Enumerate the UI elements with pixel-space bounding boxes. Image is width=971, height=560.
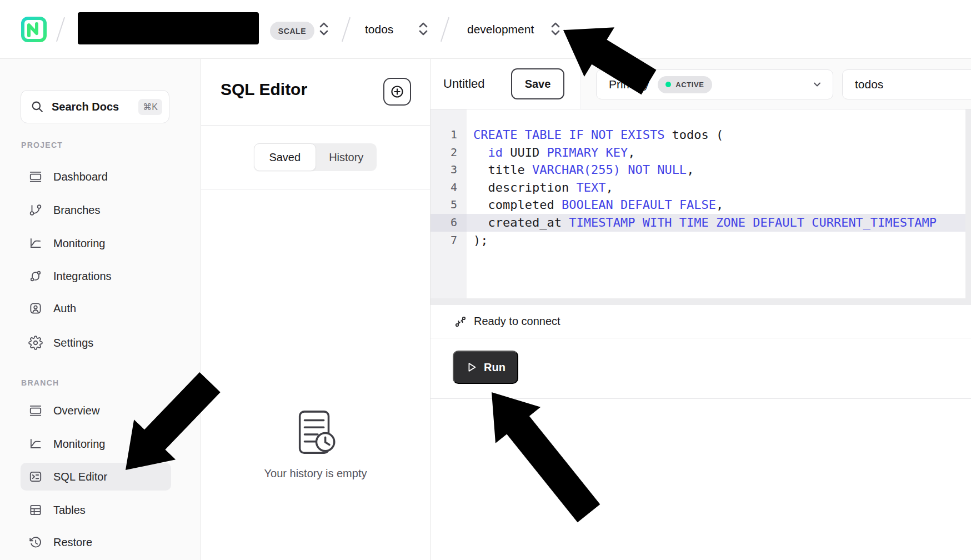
horizontal-scrollbar[interactable] <box>431 298 971 305</box>
sql-text: , <box>687 163 694 177</box>
sql-text: description <box>473 181 576 194</box>
connection-icon <box>454 315 467 328</box>
top-bar: SCALE todos development <box>0 0 971 59</box>
sidebar-item-settings[interactable]: Settings <box>21 329 171 357</box>
divider <box>201 189 430 189</box>
chevron-down-icon <box>812 79 823 90</box>
branches-icon <box>28 203 43 217</box>
search-docs-label: Search Docs <box>52 101 138 113</box>
connection-status-text: Ready to connect <box>474 315 560 328</box>
line-number: 5 <box>431 196 467 214</box>
code-line-7[interactable]: ); <box>467 232 965 249</box>
code-line-3[interactable]: title VARCHAR(255) NOT NULL, <box>467 161 965 179</box>
sql-keyword: CREATE TABLE IF NOT EXISTS <box>473 128 664 142</box>
sidebar-item-auth[interactable]: Auth <box>21 294 171 322</box>
sql-keyword: TIMESTAMP WITH TIME ZONE DEFAULT CURREN <box>569 216 856 229</box>
neon-logo-icon[interactable] <box>21 17 47 42</box>
sql-editor-panel: SQL Editor Saved History Your history is… <box>201 59 431 560</box>
sidebar-item-label: Settings <box>53 337 93 349</box>
vertical-scrollbar[interactable] <box>965 109 971 298</box>
sql-text: UUID <box>503 146 547 159</box>
sidebar-item-label: Dashboard <box>53 171 108 183</box>
code-line-6[interactable]: created_at TIMESTAMP WITH TIME ZONE DEFA… <box>467 214 965 232</box>
run-button-label: Run <box>484 361 505 374</box>
code-area[interactable]: CREATE TABLE IF NOT EXISTS todos ( id UU… <box>467 109 965 298</box>
sidebar-item-label: Tables <box>53 504 86 517</box>
breadcrumb-branch[interactable]: development <box>467 0 534 58</box>
run-bar: Run <box>431 338 971 399</box>
sidebar-item-overview[interactable]: Overview <box>21 397 171 424</box>
sql-editor-icon <box>28 469 43 484</box>
line-number: 4 <box>431 179 467 197</box>
sidebar-item-dashboard[interactable]: Dashboard <box>21 163 171 191</box>
save-button[interactable]: Save <box>511 68 564 99</box>
neon-console: SCALE todos development Search Docs ⌘K P… <box>0 0 971 560</box>
sql-text: todos ( <box>664 128 723 142</box>
sql-keyword: T_TIMESTAMP <box>855 216 937 229</box>
code-line-1[interactable]: CREATE TABLE IF NOT EXISTS todos ( <box>467 126 965 144</box>
section-label-branch: BRANCH <box>21 378 59 387</box>
restore-icon <box>28 535 43 549</box>
endpoint-name: Primary <box>609 78 649 91</box>
new-query-button[interactable] <box>383 78 411 106</box>
sql-text: ); <box>473 233 488 247</box>
sidebar-item-label: Restore <box>53 536 92 549</box>
code-line-2[interactable]: id UUID PRIMARY KEY, <box>467 144 965 162</box>
status-dot <box>665 82 671 87</box>
sidebar-item-monitoring[interactable]: Monitoring <box>21 430 171 458</box>
sql-text <box>473 146 488 159</box>
sidebar-item-label: Auth <box>53 302 76 315</box>
plus-circle-icon <box>389 84 405 99</box>
integrations-icon <box>28 269 43 283</box>
line-number-gutter: 1234567 <box>431 109 467 298</box>
endpoint-status-badge: ACTIVE <box>658 76 712 93</box>
divider <box>201 125 430 126</box>
code-line-4[interactable]: description TEXT, <box>467 179 965 197</box>
search-docs-input[interactable]: Search Docs ⌘K <box>21 90 169 123</box>
tab-saved[interactable]: Saved <box>254 143 316 171</box>
panel-title: SQL Editor <box>221 80 307 99</box>
query-name: Untitled <box>443 59 485 109</box>
monitoring-icon <box>28 236 43 251</box>
breadcrumb-slash <box>342 17 351 42</box>
breadcrumb-slash <box>441 17 449 42</box>
line-number: 6 <box>431 214 467 232</box>
sidebar-item-branches[interactable]: Branches <box>21 196 171 224</box>
sidebar-item-monitoring[interactable]: Monitoring <box>21 229 171 257</box>
sidebar-item-restore[interactable]: Restore <box>21 528 171 556</box>
breadcrumb-project[interactable]: todos <box>365 0 393 58</box>
org-name-redacted[interactable] <box>78 12 259 44</box>
query-header: Untitled Save Primary ACTIVE todos <box>431 59 971 109</box>
line-number: 3 <box>431 161 467 179</box>
project-chevron-updown-icon[interactable] <box>418 18 429 39</box>
history-empty-icon <box>292 408 341 458</box>
plan-badge: SCALE <box>270 22 314 40</box>
sidebar-item-label: Integrations <box>53 270 112 283</box>
sidebar-item-sql-editor[interactable]: SQL Editor <box>21 463 171 491</box>
sidebar-item-tables[interactable]: Tables <box>21 496 171 524</box>
sql-text: , <box>716 198 723 212</box>
connection-status-bar: Ready to connect <box>431 305 971 338</box>
sidebar: Search Docs ⌘K PROJECTDashboardBranchesM… <box>0 59 201 560</box>
code-line-5[interactable]: completed BOOLEAN DEFAULT FALSE, <box>467 196 965 214</box>
database-dropdown[interactable]: todos <box>842 69 971 99</box>
tab-history[interactable]: History <box>316 143 377 171</box>
sidebar-item-integrations[interactable]: Integrations <box>21 262 171 290</box>
sql-text: , <box>605 181 613 194</box>
org-chevron-updown-icon[interactable] <box>318 18 329 39</box>
tables-icon <box>28 503 43 517</box>
sql-code-editor[interactable]: 1234567 CREATE TABLE IF NOT EXISTS todos… <box>431 109 971 305</box>
search-icon <box>30 99 44 114</box>
search-shortcut-badge: ⌘K <box>138 99 162 115</box>
saved-history-tabs: Saved History <box>254 143 377 171</box>
endpoint-dropdown[interactable]: Primary ACTIVE <box>596 69 833 99</box>
line-number: 2 <box>431 144 467 162</box>
branch-chevron-updown-icon[interactable] <box>550 18 561 39</box>
overview-icon <box>28 403 43 418</box>
line-number: 7 <box>431 232 467 249</box>
sidebar-item-label: Overview <box>53 404 99 417</box>
history-empty-message: Your history is empty <box>201 467 430 480</box>
sql-keyword: BOOLEAN DEFAULT FALSE <box>562 198 716 212</box>
run-button[interactable]: Run <box>453 351 518 384</box>
sql-keyword: PRIMARY KEY <box>547 146 628 159</box>
